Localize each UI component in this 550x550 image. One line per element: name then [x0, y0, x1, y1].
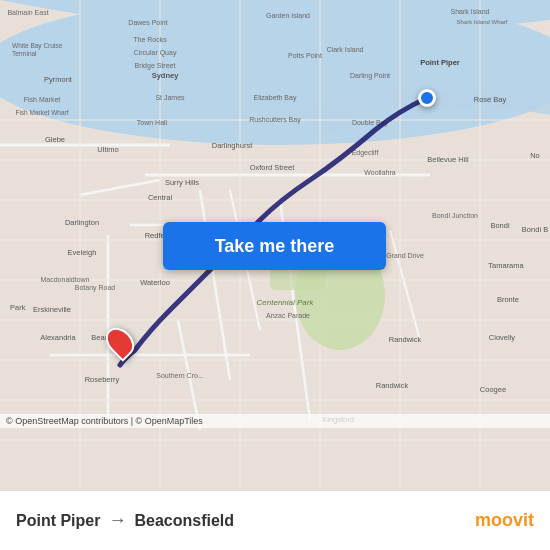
svg-text:Bondi: Bondi: [490, 221, 510, 230]
map-container: Centennial Park Balmain East Dawes Point…: [0, 0, 550, 490]
destination-label: Beaconsfield: [134, 512, 234, 530]
svg-point-3: [254, 98, 290, 118]
svg-text:Waterloo: Waterloo: [140, 278, 170, 287]
svg-text:Surry Hills: Surry Hills: [165, 178, 199, 187]
svg-text:Glebe: Glebe: [45, 135, 65, 144]
route-info: Point Piper → Beaconsfield: [16, 510, 234, 531]
svg-text:Dawes Point: Dawes Point: [128, 19, 167, 26]
svg-text:Bronte: Bronte: [497, 295, 519, 304]
svg-text:Shark Island Wharf: Shark Island Wharf: [456, 19, 507, 25]
map-attribution: © OpenStreetMap contributors | © OpenMap…: [0, 414, 550, 428]
moovit-logo-text: moovit: [475, 510, 534, 531]
svg-text:Central: Central: [148, 193, 173, 202]
svg-text:St James: St James: [155, 94, 185, 101]
svg-text:Darling Point: Darling Point: [350, 72, 390, 80]
svg-text:Botany Road: Botany Road: [75, 284, 116, 292]
svg-text:Randwick: Randwick: [389, 335, 422, 344]
svg-text:Fish Market: Fish Market: [24, 96, 61, 103]
svg-text:Clovelly: Clovelly: [489, 333, 516, 342]
svg-text:Circular Quay: Circular Quay: [134, 49, 177, 57]
svg-text:Shark Island: Shark Island: [451, 8, 490, 15]
svg-text:Grand Drive: Grand Drive: [386, 252, 424, 259]
svg-text:Eveleigh: Eveleigh: [68, 248, 97, 257]
svg-text:Southern Cro...: Southern Cro...: [156, 372, 204, 379]
svg-text:Fish Market Wharf: Fish Market Wharf: [15, 109, 68, 116]
svg-text:Darlinghurst: Darlinghurst: [212, 141, 253, 150]
svg-text:Macdonaldtown: Macdonaldtown: [40, 276, 89, 283]
svg-text:Woollahra: Woollahra: [364, 169, 395, 176]
svg-text:Bondi B: Bondi B: [522, 225, 548, 234]
origin-marker: [418, 89, 436, 107]
svg-text:Anzac Parade: Anzac Parade: [266, 312, 310, 319]
svg-text:Point Piper: Point Piper: [420, 58, 460, 67]
svg-text:Balmain East: Balmain East: [7, 9, 48, 16]
svg-text:Park: Park: [10, 303, 26, 312]
origin-label: Point Piper: [16, 512, 100, 530]
footer-bar: Point Piper → Beaconsfield moovit: [0, 490, 550, 550]
svg-text:Erskineville: Erskineville: [33, 305, 71, 314]
svg-text:Sydney: Sydney: [152, 71, 180, 80]
svg-text:Bellevue Hill: Bellevue Hill: [427, 155, 469, 164]
take-me-there-button[interactable]: Take me there: [163, 222, 386, 270]
svg-text:Town Hall: Town Hall: [137, 119, 168, 126]
svg-text:Darlington: Darlington: [65, 218, 99, 227]
route-arrow-icon: →: [108, 510, 126, 531]
svg-text:Rushcutters Bay: Rushcutters Bay: [249, 116, 301, 124]
svg-text:Ultimo: Ultimo: [97, 145, 118, 154]
svg-text:Clark Island: Clark Island: [327, 46, 364, 53]
svg-text:The Rocks: The Rocks: [133, 36, 167, 43]
svg-text:Alexandria: Alexandria: [40, 333, 76, 342]
svg-text:Bridge Street: Bridge Street: [135, 62, 176, 70]
svg-text:Roseberry: Roseberry: [85, 375, 120, 384]
moovit-logo: moovit: [475, 510, 534, 531]
svg-text:Potts Point: Potts Point: [288, 52, 322, 59]
svg-text:Garden Island: Garden Island: [266, 12, 310, 19]
svg-text:Terminal: Terminal: [12, 50, 37, 57]
svg-text:Pyrmont: Pyrmont: [44, 75, 73, 84]
svg-text:Coogee: Coogee: [480, 385, 506, 394]
svg-text:Edgecliff: Edgecliff: [352, 149, 379, 157]
svg-text:Oxford Street: Oxford Street: [250, 163, 296, 172]
svg-text:Bondi Junction: Bondi Junction: [432, 212, 478, 219]
svg-text:White Bay Cruise: White Bay Cruise: [12, 42, 63, 50]
svg-text:No: No: [530, 151, 540, 160]
svg-text:Tamarama: Tamarama: [488, 261, 524, 270]
destination-marker: [108, 326, 132, 358]
svg-text:Centennial Park: Centennial Park: [257, 298, 315, 307]
svg-text:Elizabeth Bay: Elizabeth Bay: [254, 94, 297, 102]
svg-text:Double Bay: Double Bay: [352, 119, 389, 127]
svg-text:Randwick: Randwick: [376, 381, 409, 390]
svg-text:Rose Bay: Rose Bay: [474, 95, 507, 104]
